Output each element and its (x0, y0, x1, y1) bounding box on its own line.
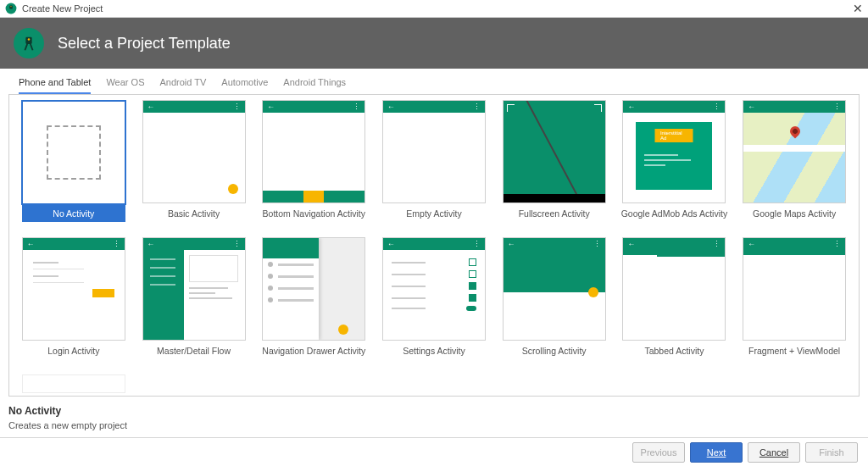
close-icon[interactable]: ✕ (853, 2, 863, 15)
template-description: No Activity Creates a new empty project (0, 397, 868, 437)
svg-rect-3 (25, 37, 31, 44)
wizard-footer: Previous Next Cancel Finish (0, 437, 868, 466)
template-fullscreen-activity[interactable]: Fullscreen Activity (497, 100, 612, 229)
page-title: Select a Project Template (58, 35, 231, 53)
template-settings-activity[interactable]: ←⋮ Settings Activity (376, 237, 492, 366)
android-studio-logo-icon (14, 28, 44, 58)
window-titlebar: Create New Project ✕ (0, 0, 868, 18)
tab-automotive[interactable]: Automotive (221, 77, 268, 94)
template-google-admob-ads-activity[interactable]: ←⋮ Interstitial Ad Google AdMob Ads Acti… (617, 100, 732, 229)
tab-android-things[interactable]: Android Things (283, 77, 346, 94)
selected-template-title: No Activity (8, 405, 860, 417)
finish-button[interactable]: Finish (805, 442, 858, 463)
platform-tabs: Phone and Tablet Wear OS Android TV Auto… (0, 69, 868, 94)
tab-wear-os[interactable]: Wear OS (106, 77, 144, 94)
tab-android-tv[interactable]: Android TV (159, 77, 206, 94)
template-navigation-drawer-activity[interactable]: Navigation Drawer Activity (256, 237, 371, 366)
template-scrolling-activity[interactable]: ←⋮ Scrolling Activity (497, 237, 612, 366)
template-bottom-navigation-activity[interactable]: ←⋮ Bottom Navigation Activity (256, 100, 371, 229)
template-overflow-placeholder[interactable] (16, 374, 131, 393)
svg-point-4 (28, 38, 31, 41)
wizard-header: Select a Project Template (0, 18, 868, 69)
template-grid-scroll[interactable]: No Activity No Activity ←⋮ Basic Activit… (8, 94, 860, 397)
template-empty-activity[interactable]: ←⋮ Empty Activity (376, 100, 492, 229)
previous-button[interactable]: Previous (632, 442, 685, 463)
window-title: Create New Project (22, 3, 103, 14)
template-login-activity[interactable]: ←⋮ Login Activity (16, 237, 131, 366)
next-button[interactable]: Next (690, 442, 743, 463)
template-google-maps-activity[interactable]: ←⋮ Google Maps Activity (737, 100, 852, 229)
cancel-button[interactable]: Cancel (748, 442, 800, 463)
template-master-detail-flow[interactable]: ←⋮ Master/Detail Flow (136, 237, 252, 366)
template-fragment-viewmodel[interactable]: ←⋮ Fragment + ViewModel (737, 237, 852, 366)
svg-point-2 (10, 6, 11, 7)
selected-label: No Activity (22, 205, 125, 222)
template-basic-activity[interactable]: ←⋮ Basic Activity (136, 100, 252, 229)
template-tabbed-activity[interactable]: ←⋮ Tabbed Activity (617, 237, 732, 366)
tab-phone-and-tablet[interactable]: Phone and Tablet (19, 77, 91, 94)
selected-template-description: Creates a new empty project (8, 420, 860, 430)
android-studio-icon (5, 3, 17, 14)
template-no-activity[interactable]: No Activity No Activity (16, 100, 131, 229)
